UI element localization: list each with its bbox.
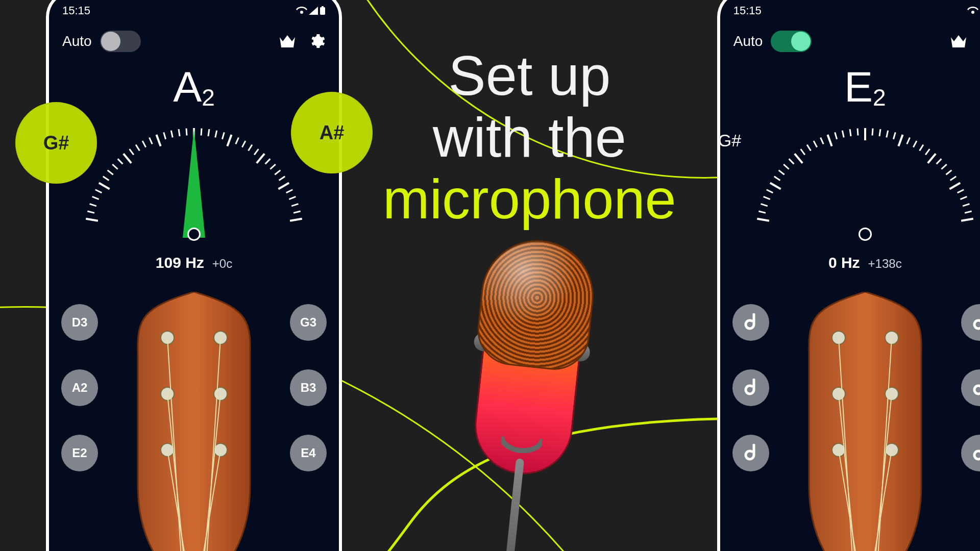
auto-toggle[interactable] — [771, 31, 812, 52]
svg-line-95 — [963, 204, 969, 206]
svg-line-85 — [919, 145, 923, 151]
svg-line-96 — [965, 211, 972, 213]
status-bar: 15:15 — [51, 4, 337, 21]
svg-line-82 — [898, 135, 902, 146]
frequency-readout: 0 Hz — [828, 254, 860, 271]
string-button[interactable] — [961, 369, 980, 406]
svg-line-11 — [118, 159, 123, 164]
svg-line-88 — [936, 159, 941, 164]
svg-line-67 — [795, 154, 802, 163]
svg-line-63 — [774, 177, 780, 181]
svg-line-15 — [142, 141, 146, 147]
svg-line-12 — [124, 154, 131, 163]
svg-line-70 — [814, 141, 817, 147]
svg-line-29 — [242, 141, 246, 147]
svg-line-19 — [171, 131, 173, 138]
note-bubble-gsharp: G# — [15, 102, 97, 184]
svg-line-16 — [150, 138, 153, 144]
string-button[interactable] — [961, 304, 980, 341]
svg-line-40 — [291, 204, 298, 206]
svg-rect-1 — [322, 6, 324, 8]
string-button-g3[interactable]: G3 — [290, 304, 327, 341]
pivot — [859, 228, 872, 241]
needle — [183, 128, 205, 238]
svg-line-78 — [872, 129, 873, 136]
svg-line-10 — [112, 164, 117, 169]
svg-line-69 — [807, 145, 811, 151]
svg-line-75 — [850, 129, 851, 136]
tuning-meter: G# A# — [722, 116, 980, 244]
svg-line-31 — [254, 149, 258, 155]
svg-line-42 — [290, 219, 302, 221]
auto-label: Auto — [62, 33, 92, 49]
svg-line-8 — [103, 177, 109, 181]
string-button[interactable] — [732, 304, 769, 341]
crown-icon[interactable] — [279, 34, 296, 48]
svg-line-62 — [770, 183, 781, 189]
svg-line-20 — [179, 129, 180, 136]
svg-line-84 — [913, 141, 917, 147]
frequency-readout: 109 Hz — [156, 254, 204, 271]
svg-line-97 — [961, 219, 973, 221]
svg-line-72 — [827, 135, 831, 146]
svg-line-93 — [957, 190, 964, 193]
svg-line-86 — [925, 149, 929, 155]
svg-line-38 — [286, 190, 293, 193]
cents-readout: +0c — [212, 257, 232, 271]
pivot — [187, 228, 201, 241]
status-icons — [967, 6, 980, 15]
string-button-b3[interactable]: B3 — [290, 369, 327, 406]
svg-line-71 — [820, 138, 823, 144]
clock: 15:15 — [733, 4, 762, 17]
string-button-d3[interactable]: D3 — [61, 304, 98, 341]
svg-line-2 — [86, 219, 98, 221]
note-bubble-asharp: A# — [291, 92, 373, 173]
svg-line-65 — [783, 164, 789, 169]
string-button-a2[interactable]: A2 — [61, 369, 98, 406]
string-button[interactable] — [732, 435, 769, 471]
svg-line-3 — [87, 211, 94, 213]
svg-line-87 — [928, 154, 936, 163]
svg-line-59 — [761, 204, 767, 206]
string-button-e4[interactable]: E4 — [290, 435, 327, 471]
gear-icon[interactable] — [309, 33, 326, 49]
svg-line-26 — [222, 132, 224, 139]
svg-line-68 — [800, 149, 804, 155]
target-note: A2 — [51, 65, 337, 111]
svg-line-23 — [201, 129, 202, 136]
crown-icon[interactable] — [950, 34, 967, 48]
svg-line-89 — [941, 164, 946, 169]
svg-line-73 — [835, 132, 837, 139]
svg-line-76 — [857, 129, 858, 136]
svg-line-61 — [767, 190, 773, 193]
microphone-illustration — [445, 233, 615, 511]
svg-line-81 — [893, 132, 895, 139]
auto-toggle[interactable] — [100, 31, 141, 52]
svg-line-94 — [960, 196, 967, 199]
target-note: E2 — [722, 65, 980, 111]
auto-label: Auto — [733, 33, 763, 49]
svg-line-90 — [946, 170, 951, 175]
svg-line-79 — [879, 129, 880, 136]
string-button-e2[interactable]: E2 — [61, 435, 98, 471]
svg-line-7 — [99, 183, 110, 189]
clock: 15:15 — [62, 4, 90, 17]
svg-line-9 — [108, 170, 113, 175]
svg-line-37 — [278, 183, 289, 189]
string-button[interactable] — [732, 369, 769, 406]
svg-line-18 — [164, 132, 166, 139]
svg-line-64 — [778, 170, 784, 175]
headline: Set up with the microphone — [383, 44, 676, 230]
string-button[interactable] — [961, 435, 980, 471]
phone-mock-left: 15:15 Auto — [46, 0, 342, 551]
svg-line-80 — [887, 131, 888, 138]
svg-line-14 — [136, 145, 139, 151]
svg-line-30 — [249, 145, 252, 151]
svg-line-39 — [289, 196, 296, 199]
phone-mock-right: 15:15 Auto — [717, 0, 980, 551]
svg-line-6 — [95, 190, 102, 193]
svg-line-66 — [789, 159, 794, 164]
svg-line-91 — [950, 177, 956, 181]
svg-line-34 — [270, 164, 275, 169]
svg-line-25 — [215, 131, 217, 138]
